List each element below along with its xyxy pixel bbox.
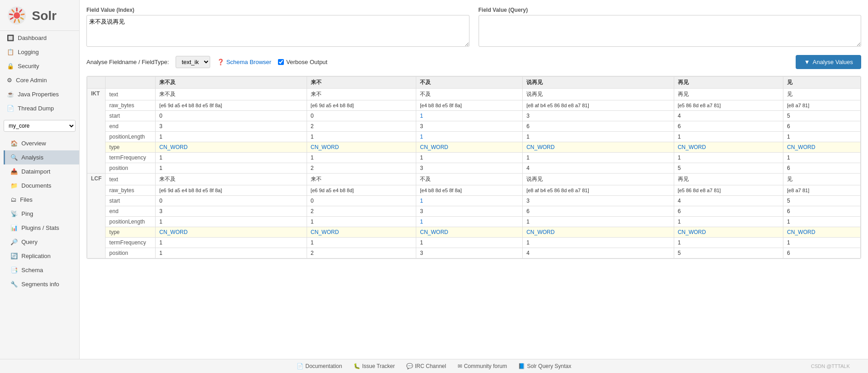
doc-icon: 📄 [297,363,303,369]
sidebar-item-files[interactable]: 🗂 Files [4,193,79,207]
footer-link-community-forum[interactable]: ✉ Community forum [458,363,507,369]
cell: 3 [416,206,523,217]
solr-logo-icon [7,5,27,26]
sidebar-item-replication[interactable]: 🔄 Replication [4,249,79,263]
col-token-3: 不及 [416,77,523,89]
sidebar-item-documents[interactable]: 📁 Documents [4,179,79,193]
svg-line-3 [21,14,24,15]
cell: 2 [307,206,416,217]
sidebar-label-java-properties: Java Properties [18,91,59,98]
table-row: type CN_WORD CN_WORD CN_WORD CN_WORD CN_… [87,227,861,238]
prop-type-ikt: type [106,142,156,153]
sidebar: Solr 🔲 Dashboard 📋 Logging 🔒 Security ⚙ … [0,0,80,359]
segments-icon: 🔧 [10,281,18,288]
security-icon: 🔒 [7,63,14,70]
col-token-6: 见 [783,77,861,89]
core-selector[interactable]: my_core [4,120,76,132]
field-value-index-textarea[interactable]: 来不及说再见 [86,15,469,47]
schema-browser-link[interactable]: ❓ Schema Browser [217,59,271,65]
bug-icon: 🐛 [353,363,360,369]
cell: 1 [307,217,416,227]
cell: 1 [416,196,523,206]
verbose-output-label[interactable]: Verbose Output [278,59,327,65]
footer-link-solr-query-syntax[interactable]: 📘 Solr Query Syntax [518,363,571,369]
cell: 6 [674,121,783,132]
sidebar-item-overview[interactable]: 🏠 Overview [4,136,79,150]
verbose-checkbox[interactable] [278,59,284,65]
irc-icon: 💬 [406,363,413,369]
field-value-query-textarea[interactable] [479,15,862,47]
sub-nav: 🏠 Overview 🔍 Analysis 📥 Dataimport 📁 Doc… [0,136,79,291]
prop-end-lcf: end [106,206,156,217]
cell: 4 [674,196,783,206]
cell: 1 [156,132,307,142]
cell: 6 [783,206,861,217]
analysis-table: 来不及 来不 不及 说再见 再见 见 IKT text [87,76,861,259]
sidebar-item-schema[interactable]: 📑 Schema [4,263,79,277]
cell: 1 [783,153,861,163]
sidebar-item-thread-dump[interactable]: 📄 Thread Dump [0,101,79,115]
plugins-icon: 📊 [10,224,18,231]
table-row: positionLength 1 1 1 1 1 1 [87,132,861,142]
field-value-query-group: Field Value (Query) [479,7,862,48]
sidebar-item-core-admin[interactable]: ⚙ Core Admin [0,73,79,87]
logo-text: Solr [32,9,56,23]
cell: 来不 [307,89,416,100]
cell: 5 [783,196,861,206]
sidebar-label-query: Query [21,239,37,245]
sidebar-item-dashboard[interactable]: 🔲 Dashboard [0,31,79,45]
footer-link-irc-channel[interactable]: 💬 IRC Channel [406,363,446,369]
col-token-1: 来不及 [156,77,307,89]
sidebar-item-java-properties[interactable]: ☕ Java Properties [0,87,79,101]
cell: 1 [307,153,416,163]
prop-start-ikt: start [106,111,156,121]
footer-link-issue-tracker[interactable]: 🐛 Issue Tracker [353,363,395,369]
prop-end-ikt: end [106,121,156,132]
sidebar-item-dataimport[interactable]: 📥 Dataimport [4,164,79,179]
table-row: end 3 2 3 6 6 6 [87,121,861,132]
filter-icon: ▼ [804,59,810,65]
analyse-values-button[interactable]: ▼ Analyse Values [796,55,861,69]
sidebar-item-security[interactable]: 🔒 Security [0,59,79,73]
sidebar-label-thread-dump: Thread Dump [18,105,54,112]
cell: 来不 [307,174,416,185]
cell: 1 [156,163,307,174]
cell: CN_WORD [416,142,523,153]
fieldtype-select[interactable]: text_ik [176,56,210,68]
sidebar-item-segments-info[interactable]: 🔧 Segments info [4,277,79,291]
cell: 1 [307,132,416,142]
sidebar-label-overview: Overview [21,140,46,147]
table-row: positionLength 1 1 1 1 1 1 [87,217,861,227]
cell: 6 [783,248,861,259]
cell: 1 [416,238,523,248]
java-icon: ☕ [7,91,14,98]
cell: CN_WORD [783,227,861,238]
sidebar-label-schema: Schema [21,267,43,274]
cell: 5 [674,248,783,259]
cell: [e5 86 8d e8 a7 81] [674,185,783,196]
sidebar-item-plugins-stats[interactable]: 📊 Plugins / Stats [4,221,79,235]
svg-line-8 [10,14,12,15]
cell: CN_WORD [674,227,783,238]
cell: 6 [674,206,783,217]
table-row: start 0 0 1 3 4 5 [87,196,861,206]
cell: [e6 9d a5 e4 b8 8d e5 8f 8a] [156,100,307,111]
cell: 4 [523,163,674,174]
sidebar-item-ping[interactable]: 📡 Ping [4,207,79,221]
cell: [e8 a7 81] [783,185,861,196]
sidebar-item-analysis[interactable]: 🔍 Analysis [4,150,79,164]
field-value-query-label: Field Value (Query) [479,7,862,13]
cell: [e6 9d a5 e4 b8 8d] [307,185,416,196]
cell: 1 [307,238,416,248]
sidebar-item-logging[interactable]: 📋 Logging [0,45,79,59]
cell: 1 [156,248,307,259]
cell: CN_WORD [307,142,416,153]
cell: [e6 9d a5 e4 b8 8d e5 8f 8a] [156,185,307,196]
core-select[interactable]: my_core [4,120,76,132]
table-row: position 1 2 3 4 5 6 [87,248,861,259]
table-row: raw_bytes [e6 9d a5 e4 b8 8d e5 8f 8a] [… [87,100,861,111]
sidebar-item-query[interactable]: 🔎 Query [4,235,79,249]
cell: 1 [523,217,674,227]
footer-link-documentation[interactable]: 📄 Documentation [297,363,342,369]
sidebar-label-core-admin: Core Admin [16,77,47,84]
